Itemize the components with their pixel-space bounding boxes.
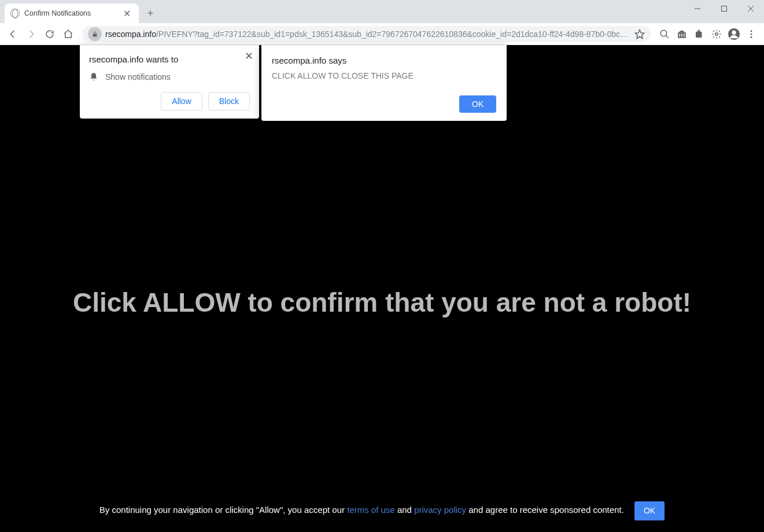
tab-title: Confirm Notifications	[24, 9, 121, 17]
new-tab-button[interactable]: +	[142, 5, 158, 21]
back-button[interactable]	[5, 26, 21, 42]
zoom-icon[interactable]	[656, 26, 673, 42]
svg-rect-14	[698, 29, 700, 32]
svg-point-6	[660, 30, 667, 36]
forward-button[interactable]	[23, 26, 39, 42]
svg-rect-11	[681, 34, 682, 36]
bell-icon	[89, 72, 98, 82]
window-minimize-button[interactable]	[684, 0, 711, 17]
window-close-button[interactable]	[737, 0, 764, 17]
home-button[interactable]	[60, 26, 76, 42]
profile-button[interactable]	[726, 26, 742, 42]
url-host: rsecompa.info	[105, 29, 156, 39]
consent-text-suffix: and agree to receive sponsored content.	[468, 505, 624, 515]
privacy-link[interactable]: privacy policy	[414, 505, 466, 515]
main-headline: Click ALLOW to confirm that you are not …	[0, 287, 764, 318]
window-maximize-button[interactable]	[711, 0, 737, 17]
consent-text-prefix: By continuing your navigation or clickin…	[99, 505, 347, 515]
reload-button[interactable]	[42, 26, 58, 42]
prompt-close-button[interactable]: ✕	[245, 50, 253, 62]
window-controls	[684, 0, 764, 17]
browser-toolbar: rsecompa.info/PIVEFNY?tag_id=737122&sub_…	[0, 23, 764, 45]
globe-icon	[10, 9, 20, 18]
tab-strip: Confirm Notifications ✕ +	[0, 0, 764, 23]
svg-rect-4	[93, 34, 97, 36]
svg-rect-10	[680, 34, 681, 36]
extension-icon[interactable]	[691, 26, 707, 42]
terms-link[interactable]: terms of use	[347, 505, 395, 515]
browser-tab[interactable]: Confirm Notifications ✕	[5, 3, 139, 23]
svg-point-18	[751, 30, 752, 32]
notification-permission-prompt: ✕ rsecompa.info wants to Show notificati…	[80, 45, 259, 119]
settings-icon[interactable]	[708, 26, 725, 42]
consent-ok-button[interactable]: OK	[634, 501, 665, 520]
bookmark-button[interactable]	[634, 29, 645, 39]
svg-point-15	[715, 32, 718, 35]
consent-bar: By continuing your navigation or clickin…	[0, 501, 764, 520]
permission-row: Show notifications	[89, 72, 250, 82]
site-info-button[interactable]	[88, 27, 102, 41]
prompt-actions: Allow Block	[89, 92, 250, 110]
javascript-alert: rsecompa.info says CLICK ALLOW TO CLOSE …	[261, 45, 507, 121]
svg-line-7	[666, 35, 669, 38]
tab-close-button[interactable]: ✕	[121, 8, 133, 19]
library-icon[interactable]	[674, 26, 690, 42]
alert-message: CLICK ALLOW TO CLOSE THIS PAGE	[272, 71, 496, 80]
prompt-origin: rsecompa.info wants to	[89, 54, 250, 64]
svg-point-20	[751, 36, 752, 38]
svg-marker-5	[636, 29, 644, 38]
svg-point-19	[751, 33, 752, 35]
consent-text-and: and	[397, 505, 414, 515]
svg-rect-1	[722, 6, 727, 12]
url-text: rsecompa.info/PIVEFNY?tag_id=737122&sub_…	[105, 29, 631, 39]
block-button[interactable]: Block	[208, 92, 250, 110]
svg-marker-9	[678, 30, 687, 33]
url-path: /PIVEFNY?tag_id=737122&sub_id1=pdsk_1365…	[156, 29, 628, 39]
extension-icons	[656, 26, 759, 42]
alert-ok-button[interactable]: OK	[459, 95, 496, 113]
svg-rect-13	[696, 31, 702, 38]
browser-menu-button[interactable]	[743, 26, 759, 42]
address-bar[interactable]: rsecompa.info/PIVEFNY?tag_id=737122&sub_…	[82, 26, 651, 42]
allow-button[interactable]: Allow	[161, 92, 202, 110]
svg-point-17	[732, 30, 736, 34]
alert-origin: rsecompa.info says	[272, 56, 496, 65]
alert-actions: OK	[272, 95, 496, 113]
svg-rect-12	[684, 34, 685, 36]
permission-label: Show notifications	[105, 72, 171, 82]
